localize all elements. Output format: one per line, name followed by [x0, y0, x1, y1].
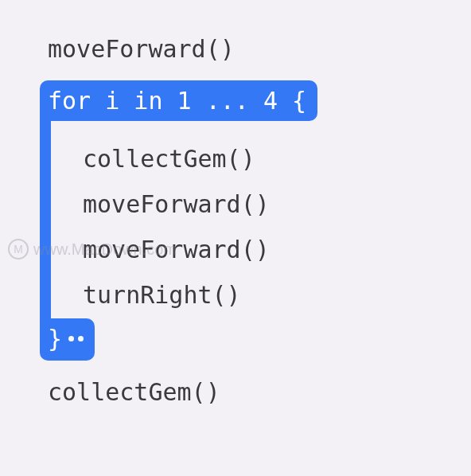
watermark-badge-icon: M	[8, 239, 29, 259]
for-loop-footer[interactable]: }	[40, 318, 95, 361]
for-loop-footer-row: }	[40, 318, 431, 361]
code-line[interactable]: collectGem()	[40, 375, 431, 409]
closing-brace: }	[48, 325, 62, 353]
code-line[interactable]: turnRight()	[83, 279, 270, 310]
for-loop-rail	[40, 121, 51, 318]
code-line[interactable]: moveForward()	[40, 32, 431, 66]
for-loop-inner: collectGem() moveForward() moveForward()…	[51, 135, 270, 318]
code-line[interactable]: moveForward()	[83, 189, 270, 220]
ellipsis-icon[interactable]	[68, 336, 84, 341]
for-loop-body: collectGem() moveForward() moveForward()…	[40, 135, 431, 318]
code-editor[interactable]: moveForward() for i in 1 ... 4 { collect…	[40, 32, 431, 409]
code-line[interactable]: moveForward()	[83, 234, 270, 265]
for-loop-header[interactable]: for i in 1 ... 4 {	[40, 80, 317, 121]
code-line[interactable]: collectGem()	[83, 143, 270, 174]
